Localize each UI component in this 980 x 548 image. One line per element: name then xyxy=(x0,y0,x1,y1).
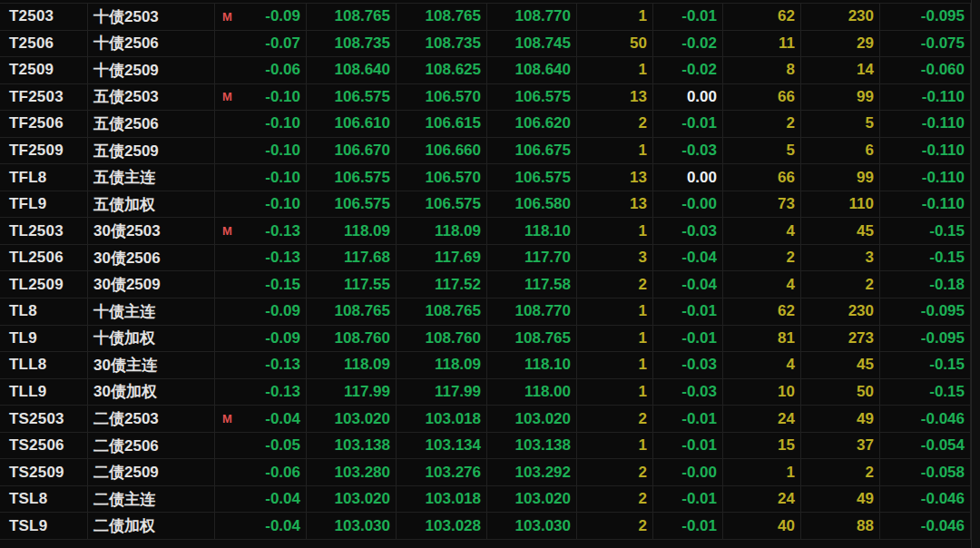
cell-price-1: 106.670 xyxy=(307,138,397,164)
m-marker-icon: M xyxy=(222,90,235,103)
cell-count-1: 73 xyxy=(723,191,801,218)
change-value: -0.13 xyxy=(265,249,300,267)
cell-change-3: -0.095 xyxy=(880,326,971,352)
change-value: -0.10 xyxy=(265,142,300,160)
cell-change: -0.04 xyxy=(215,513,307,539)
cell-volume: 1 xyxy=(577,4,653,30)
cell-price-2: 103.134 xyxy=(397,433,487,459)
cell-change-3: -0.046 xyxy=(880,406,971,432)
cell-count-2: 29 xyxy=(801,31,880,57)
cell-change: M-0.09 xyxy=(215,4,307,30)
cell-change: -0.04 xyxy=(215,486,307,513)
table-row[interactable]: TLL930债加权-0.13117.99117.99118.001-0.0310… xyxy=(0,379,971,406)
cell-contract-name: 五债加权 xyxy=(88,191,215,218)
cell-contract-name: 十债2503 xyxy=(88,4,215,30)
table-row[interactable]: TL8十债主连-0.09108.765108.765108.7701-0.016… xyxy=(0,298,971,326)
cell-contract-name: 30债2506 xyxy=(88,245,215,271)
cell-contract-name: 十债加权 xyxy=(88,326,215,352)
cell-count-2: 230 xyxy=(801,4,880,30)
cell-change-3: -0.15 xyxy=(880,379,971,406)
cell-volume: 2 xyxy=(577,111,653,137)
cell-change-3: -0.110 xyxy=(880,164,971,191)
cell-price-2: 117.52 xyxy=(397,271,487,298)
cell-contract-name: 二债2503 xyxy=(88,406,215,432)
table-row[interactable]: TF2509五债2509-0.10106.670106.660106.6751-… xyxy=(0,138,971,165)
cell-change: -0.05 xyxy=(215,433,307,459)
cell-price-2: 118.09 xyxy=(397,218,487,244)
table-row[interactable]: TS2506二债2506-0.05103.138103.134103.1381-… xyxy=(0,433,971,460)
cell-contract-name: 30债2503 xyxy=(88,218,215,244)
cell-price-1: 108.735 xyxy=(307,31,397,57)
cell-contract-code: T2503 xyxy=(0,4,88,30)
cell-contract-code: TS2506 xyxy=(0,433,88,459)
cell-contract-code: TFL9 xyxy=(0,191,88,218)
cell-change-3: -0.110 xyxy=(880,191,971,218)
cell-price-2: 117.69 xyxy=(397,245,487,271)
cell-price-2: 103.276 xyxy=(397,459,487,485)
cell-change-3: -0.110 xyxy=(880,84,971,111)
cell-price-2: 117.99 xyxy=(397,379,487,406)
cell-price-3: 108.770 xyxy=(487,298,577,325)
cell-change: -0.06 xyxy=(215,57,307,83)
change-value: -0.06 xyxy=(265,464,300,482)
cell-change-2: -0.04 xyxy=(653,271,723,298)
cell-change: M-0.04 xyxy=(215,406,307,432)
cell-change: -0.13 xyxy=(215,352,307,378)
table-row[interactable]: TFL9五债加权-0.10106.575106.575106.58013-0.0… xyxy=(0,191,971,219)
cell-price-3: 103.020 xyxy=(487,486,577,513)
table-row[interactable]: TLL830债主连-0.13118.09118.09118.101-0.0344… xyxy=(0,352,971,379)
cell-count-2: 230 xyxy=(801,298,880,325)
cell-count-1: 4 xyxy=(723,218,801,244)
cell-count-2: 110 xyxy=(801,191,880,218)
cell-change-2: -0.03 xyxy=(653,352,723,378)
quote-terminal-screen: T2503十债2503M-0.09108.765108.765108.7701-… xyxy=(0,0,980,548)
cell-change: -0.10 xyxy=(215,164,307,191)
cell-change: -0.09 xyxy=(215,326,307,352)
cell-change-3: -0.15 xyxy=(880,352,971,378)
cell-change-3: -0.046 xyxy=(880,513,971,539)
table-row[interactable]: TF2506五债2506-0.10106.610106.615106.6202-… xyxy=(0,111,971,138)
vertical-scrollbar[interactable] xyxy=(971,0,980,548)
cell-price-3: 118.00 xyxy=(487,379,577,406)
cell-volume: 13 xyxy=(577,191,653,218)
table-row[interactable]: TSL9二债加权-0.04103.030103.028103.0302-0.01… xyxy=(0,513,971,540)
cell-price-1: 103.020 xyxy=(307,486,397,513)
cell-change-3: -0.110 xyxy=(880,138,971,164)
table-row[interactable]: TL250930债2509-0.15117.55117.52117.582-0.… xyxy=(0,271,971,298)
table-row[interactable]: T2503十债2503M-0.09108.765108.765108.7701-… xyxy=(0,4,971,31)
cell-contract-code: TLL9 xyxy=(0,379,88,406)
cell-price-1: 108.760 xyxy=(307,326,397,352)
cell-price-1: 106.610 xyxy=(307,111,397,137)
cell-change-2: -0.00 xyxy=(653,459,723,485)
table-row[interactable]: TS2509二债2509-0.06103.280103.276103.2922-… xyxy=(0,459,971,486)
cell-price-1: 103.138 xyxy=(307,433,397,459)
cell-contract-code: T2506 xyxy=(0,31,88,57)
cell-volume: 50 xyxy=(577,31,653,57)
cell-volume: 1 xyxy=(577,352,653,378)
m-marker-icon: M xyxy=(222,412,235,426)
cell-change-2: -0.03 xyxy=(653,379,723,406)
cell-contract-name: 十债2509 xyxy=(88,57,215,83)
table-row[interactable]: TL250330债2503M-0.13118.09118.09118.101-0… xyxy=(0,218,971,245)
table-row[interactable]: TL9十债加权-0.09108.760108.760108.7651-0.018… xyxy=(0,326,971,353)
table-row[interactable]: TL250630债2506-0.13117.68117.69117.703-0.… xyxy=(0,245,971,272)
cell-contract-name: 五债2503 xyxy=(88,84,215,111)
cell-price-3: 103.292 xyxy=(487,459,577,485)
cell-price-3: 106.675 xyxy=(487,138,577,164)
cell-price-2: 118.09 xyxy=(397,352,487,378)
cell-price-2: 106.570 xyxy=(397,164,487,191)
cell-count-1: 11 xyxy=(723,31,801,57)
cell-count-1: 2 xyxy=(723,111,801,137)
table-row[interactable]: T2509十债2509-0.06108.640108.625108.6401-0… xyxy=(0,57,971,84)
table-row[interactable]: TS2503二债2503M-0.04103.020103.018103.0202… xyxy=(0,406,971,433)
table-row[interactable]: TFL8五债主连-0.10106.575106.570106.575130.00… xyxy=(0,164,971,191)
cell-price-3: 106.575 xyxy=(487,84,577,111)
table-row[interactable]: TSL8二债主连-0.04103.020103.018103.0202-0.01… xyxy=(0,486,971,514)
cell-price-1: 117.99 xyxy=(307,379,397,406)
change-value: -0.10 xyxy=(265,88,300,106)
cell-count-1: 66 xyxy=(723,84,801,111)
cell-price-2: 103.018 xyxy=(397,486,487,513)
table-row[interactable]: T2506十债2506-0.07108.735108.735108.74550-… xyxy=(0,31,971,58)
cell-change: -0.06 xyxy=(215,459,307,485)
table-row[interactable]: TF2503五债2503M-0.10106.575106.570106.5751… xyxy=(0,84,971,112)
